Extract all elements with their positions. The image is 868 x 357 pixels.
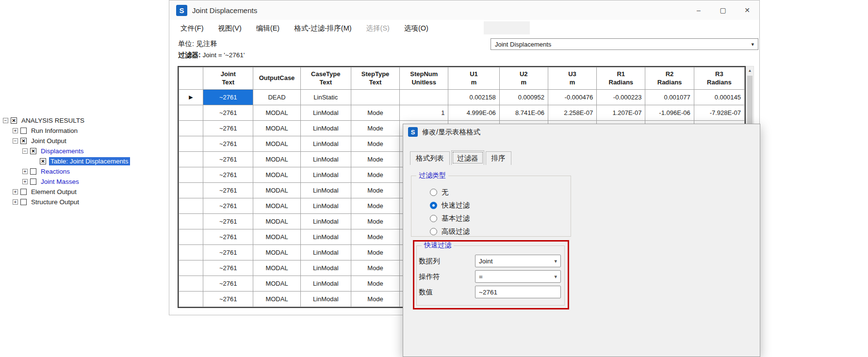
expand-icon[interactable]: + xyxy=(22,169,28,174)
tree-item[interactable]: +Reactions xyxy=(1,166,168,177)
cell-steptype[interactable]: Mode xyxy=(351,276,399,292)
row-selector[interactable] xyxy=(179,276,203,292)
cell-joint[interactable]: ~2761 xyxy=(203,229,253,245)
radio-option[interactable]: 无 xyxy=(430,186,470,199)
cell-outputcase[interactable]: MODAL xyxy=(253,152,300,167)
cell-joint[interactable]: ~2761 xyxy=(203,276,253,292)
expand-icon[interactable]: + xyxy=(13,199,18,205)
checkbox-unchecked-icon[interactable] xyxy=(30,168,36,175)
field-input[interactable]: ~2761 xyxy=(475,286,561,298)
cell-casetype[interactable]: LinModal xyxy=(300,292,351,307)
cell-casetype[interactable]: LinModal xyxy=(300,152,351,167)
cell-casetype[interactable]: LinModal xyxy=(300,214,351,229)
column-header[interactable]: R2Radians xyxy=(645,67,694,90)
cell-steptype[interactable]: Mode xyxy=(351,167,399,183)
row-selector[interactable] xyxy=(179,245,203,260)
cell-outputcase[interactable]: DEAD xyxy=(253,90,300,105)
table-row[interactable]: ▶~2761DEADLinStatic0.0021580.000952-0.00… xyxy=(179,90,745,105)
cell-joint[interactable]: ~2761 xyxy=(203,105,253,121)
collapse-icon[interactable]: − xyxy=(13,138,18,144)
tree-item[interactable]: −✕Displacements xyxy=(1,146,168,156)
checkbox-checked-icon[interactable]: ✕ xyxy=(30,148,36,154)
column-header[interactable]: StepTypeText xyxy=(351,67,399,90)
column-header[interactable]: U1m xyxy=(448,67,499,90)
column-header[interactable]: JointText xyxy=(203,67,253,90)
column-header[interactable]: R3Radians xyxy=(694,67,744,90)
cell-outputcase[interactable]: MODAL xyxy=(253,260,300,276)
cell-outputcase[interactable]: MODAL xyxy=(253,136,300,152)
row-selector[interactable] xyxy=(179,260,203,276)
tab-0[interactable]: 格式列表 xyxy=(410,151,450,165)
cell-u2[interactable]: 8.741E-06 xyxy=(499,105,548,121)
menu-item[interactable]: 格式-过滤-排序(M) xyxy=(287,21,359,35)
cell-joint[interactable]: ~2761 xyxy=(203,90,253,105)
cell-outputcase[interactable]: MODAL xyxy=(253,214,300,229)
cell-r1[interactable]: 1.207E-07 xyxy=(597,105,645,121)
checkbox-checked-icon[interactable]: ✕ xyxy=(11,117,17,124)
checkbox-unchecked-icon[interactable] xyxy=(30,178,36,185)
tree-item[interactable]: −✕Joint Output xyxy=(1,136,168,146)
expand-icon[interactable]: + xyxy=(13,189,18,195)
radio-icon[interactable] xyxy=(430,189,437,196)
cell-outputcase[interactable]: MODAL xyxy=(253,183,300,198)
cell-r1[interactable]: -0.000223 xyxy=(597,90,645,105)
radio-icon[interactable] xyxy=(430,215,437,222)
cell-joint[interactable]: ~2761 xyxy=(203,136,253,152)
close-button[interactable]: ✕ xyxy=(735,0,759,20)
row-selector[interactable] xyxy=(179,136,203,152)
minimize-button[interactable]: – xyxy=(687,0,711,20)
row-selector[interactable] xyxy=(179,198,203,214)
checkbox-checked-icon[interactable]: ✕ xyxy=(40,158,46,164)
checkbox-unchecked-icon[interactable] xyxy=(20,128,27,134)
cell-outputcase[interactable]: MODAL xyxy=(253,198,300,214)
column-header[interactable]: StepNumUnitless xyxy=(400,67,448,90)
cell-steptype[interactable]: Mode xyxy=(351,152,399,167)
cell-steptype[interactable]: Mode xyxy=(351,292,399,307)
column-header[interactable]: U3m xyxy=(548,67,596,90)
cell-joint[interactable]: ~2761 xyxy=(203,167,253,183)
tree-item[interactable]: +Element Output xyxy=(1,187,168,197)
cell-r3[interactable]: -7.928E-07 xyxy=(694,105,744,121)
tree-item[interactable]: +Structure Output xyxy=(1,197,168,207)
field-dropdown[interactable]: =▾ xyxy=(475,270,561,283)
cell-outputcase[interactable]: MODAL xyxy=(253,167,300,183)
radio-option[interactable]: 快速过滤 xyxy=(430,199,470,212)
field-dropdown[interactable]: Joint▾ xyxy=(475,255,561,267)
cell-stepnum[interactable] xyxy=(400,90,448,105)
cell-steptype[interactable]: Mode xyxy=(351,229,399,245)
cell-stepnum[interactable]: 1 xyxy=(400,105,448,121)
cell-steptype[interactable]: Mode xyxy=(351,198,399,214)
cell-outputcase[interactable]: MODAL xyxy=(253,229,300,245)
cell-casetype[interactable]: LinModal xyxy=(300,183,351,198)
row-selector[interactable] xyxy=(179,121,203,136)
cell-casetype[interactable]: LinModal xyxy=(300,105,351,121)
checkbox-checked-icon[interactable]: ✕ xyxy=(20,138,27,144)
cell-joint[interactable]: ~2761 xyxy=(203,245,253,260)
column-header[interactable]: CaseTypeText xyxy=(300,67,351,90)
cell-joint[interactable]: ~2761 xyxy=(203,292,253,307)
cell-outputcase[interactable]: MODAL xyxy=(253,121,300,136)
cell-steptype[interactable]: Mode xyxy=(351,121,399,136)
tab-2[interactable]: 排序 xyxy=(486,151,511,165)
menu-item[interactable]: 选项(O) xyxy=(397,21,436,35)
radio-icon[interactable] xyxy=(430,228,437,235)
checkbox-unchecked-icon[interactable] xyxy=(20,189,27,195)
cell-joint[interactable]: ~2761 xyxy=(203,198,253,214)
cell-joint[interactable]: ~2761 xyxy=(203,260,253,276)
cell-steptype[interactable]: Mode xyxy=(351,136,399,152)
cell-joint[interactable]: ~2761 xyxy=(203,121,253,136)
collapse-icon[interactable]: − xyxy=(22,148,28,154)
row-selector[interactable] xyxy=(179,214,203,229)
cell-outputcase[interactable]: MODAL xyxy=(253,276,300,292)
expand-icon[interactable]: + xyxy=(22,179,28,184)
cell-outputcase[interactable]: MODAL xyxy=(253,105,300,121)
cell-steptype[interactable]: Mode xyxy=(351,183,399,198)
column-header[interactable]: R1Radians xyxy=(597,67,645,90)
cell-joint[interactable]: ~2761 xyxy=(203,214,253,229)
cell-casetype[interactable]: LinModal xyxy=(300,229,351,245)
row-selector[interactable] xyxy=(179,152,203,167)
expand-icon[interactable]: + xyxy=(13,128,18,133)
cell-casetype[interactable]: LinModal xyxy=(300,167,351,183)
cell-outputcase[interactable]: MODAL xyxy=(253,245,300,260)
table-row[interactable]: ~2761MODALLinModalMode14.999E-068.741E-0… xyxy=(179,105,745,121)
